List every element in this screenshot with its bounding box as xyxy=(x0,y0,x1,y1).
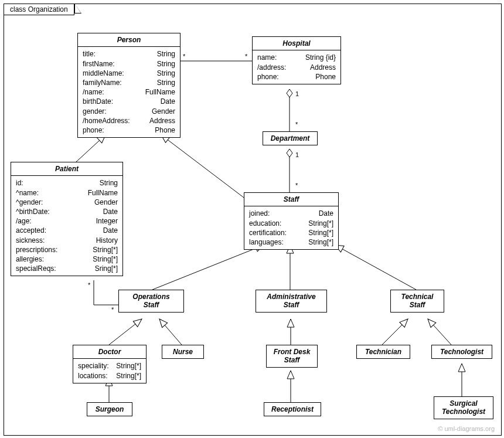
attr-type: Address xyxy=(149,116,175,125)
attr-type: Date xyxy=(161,97,175,106)
attribute-row: middleName:String xyxy=(83,69,175,78)
attr-name: /address: xyxy=(257,63,286,72)
attr-name: joined: xyxy=(249,209,270,218)
class-staff: Staff joined:Dateeducation:String[*]cert… xyxy=(244,192,339,250)
attr-type: FullName xyxy=(88,188,118,198)
attr-name: accepted: xyxy=(16,226,46,235)
attr-name: firstName: xyxy=(83,59,115,69)
class-attrs: speciality:String[*]locations:String[*] xyxy=(73,359,146,382)
attr-type: String[*] xyxy=(308,219,333,228)
attr-name: id: xyxy=(16,178,23,188)
attribute-row: prescriptions:String[*] xyxy=(16,245,118,254)
attr-name: /name: xyxy=(83,87,104,97)
attr-type: Integer xyxy=(96,216,118,226)
class-attrs: joined:Dateeducation:String[*]certificat… xyxy=(244,206,338,249)
attr-type: Gender xyxy=(152,107,175,116)
attr-name: /homeAddress: xyxy=(83,116,130,125)
multiplicity: * xyxy=(111,306,114,313)
multiplicity: 1 xyxy=(295,151,299,158)
attribute-row: ^name:FullName xyxy=(16,188,118,198)
attribute-row: phone:Phone xyxy=(257,72,336,82)
class-patient: Patient id:String^name:FullName^gender:G… xyxy=(11,162,123,276)
attribute-row: name:String {id} xyxy=(257,53,336,62)
attr-name: sickness: xyxy=(16,236,45,245)
class-administrative-staff: Administrative Staff xyxy=(256,290,327,313)
class-title: Doctor xyxy=(73,345,146,359)
attr-name: speciality: xyxy=(78,361,109,371)
attribute-row: joined:Date xyxy=(249,209,333,218)
attr-name: birthDate: xyxy=(83,97,113,106)
attr-name: ^birthDate: xyxy=(16,207,50,216)
class-doctor: Doctor speciality:String[*]locations:Str… xyxy=(73,345,147,383)
attribute-row: education:String[*] xyxy=(249,219,333,228)
attr-type: Phone xyxy=(315,72,336,82)
attr-type: Sring[*] xyxy=(95,264,118,273)
multiplicity: * xyxy=(295,182,298,189)
attr-type: String xyxy=(100,178,118,188)
attr-type: String[*] xyxy=(93,254,118,264)
attribute-row: languages:String[*] xyxy=(249,237,333,247)
attribute-row: /name:FullName xyxy=(83,87,175,97)
attr-name: gender: xyxy=(83,107,107,116)
class-title: Hospital xyxy=(253,37,340,50)
attribute-row: /address:Address xyxy=(257,63,336,72)
class-title: Receptionist xyxy=(264,403,321,416)
attr-type: Address xyxy=(310,63,336,72)
attribute-row: familyName:String xyxy=(83,78,175,87)
attr-type: String[*] xyxy=(308,237,333,247)
attr-name: prescriptions: xyxy=(16,245,57,254)
attr-type: Gender xyxy=(94,198,118,207)
class-title: Surgical Technologist xyxy=(434,397,493,419)
class-title: Front Desk Staff xyxy=(267,345,317,367)
attr-type: Date xyxy=(103,226,118,235)
class-surgical-technologist: Surgical Technologist xyxy=(434,396,493,419)
attribute-row: specialReqs:Sring[*] xyxy=(16,264,118,273)
attr-type: History xyxy=(96,236,118,245)
attr-name: allergies: xyxy=(16,254,44,264)
attr-name: ^name: xyxy=(16,188,39,198)
class-title: Technician xyxy=(357,345,410,358)
attr-name: languages: xyxy=(249,237,284,247)
attr-type: String[*] xyxy=(116,361,141,371)
attr-type: String[*] xyxy=(308,228,333,237)
class-receptionist: Receptionist xyxy=(264,402,321,416)
class-technologist: Technologist xyxy=(431,345,492,359)
attr-name: ^gender: xyxy=(16,198,43,207)
class-surgeon: Surgeon xyxy=(87,402,132,416)
attr-name: /age: xyxy=(16,216,32,226)
package-label: class Organization xyxy=(10,5,68,13)
multiplicity: * xyxy=(88,281,90,288)
class-title: Patient xyxy=(11,162,122,176)
multiplicity: 1 xyxy=(295,90,299,97)
watermark: © uml-diagrams.org xyxy=(438,425,495,432)
attr-name: specialReqs: xyxy=(16,264,56,273)
class-title: Technologist xyxy=(432,345,492,358)
attr-type: String xyxy=(157,69,175,78)
class-attrs: title:StringfirstName:StringmiddleName:S… xyxy=(78,47,180,137)
attribute-row: allergies:String[*] xyxy=(16,254,118,264)
attribute-row: speciality:String[*] xyxy=(78,361,141,371)
attr-type: Date xyxy=(103,207,118,216)
attr-name: middleName: xyxy=(83,69,124,78)
attribute-row: /homeAddress:Address xyxy=(83,116,175,125)
class-technical-staff: Technical Staff xyxy=(390,290,444,313)
attribute-row: /age:Integer xyxy=(16,216,118,226)
attribute-row: birthDate:Date xyxy=(83,97,175,106)
attr-name: locations: xyxy=(78,371,108,381)
multiplicity: * xyxy=(245,53,247,60)
class-nurse: Nurse xyxy=(162,345,204,359)
attr-type: String[*] xyxy=(93,245,118,254)
class-title: Department xyxy=(263,132,317,145)
attr-type: String xyxy=(157,59,175,69)
attribute-row: gender:Gender xyxy=(83,107,175,116)
attribute-row: phone:Phone xyxy=(83,125,175,135)
attr-name: certification: xyxy=(249,228,287,237)
multiplicity: * xyxy=(183,53,185,60)
attribute-row: sickness:History xyxy=(16,236,118,245)
class-title: Administrative Staff xyxy=(256,290,326,312)
attr-type: String xyxy=(157,49,175,59)
class-title: Operations Staff xyxy=(119,290,183,312)
class-front-desk-staff: Front Desk Staff xyxy=(266,345,318,368)
attr-type: Date xyxy=(319,209,333,218)
attr-name: title: xyxy=(83,49,96,59)
